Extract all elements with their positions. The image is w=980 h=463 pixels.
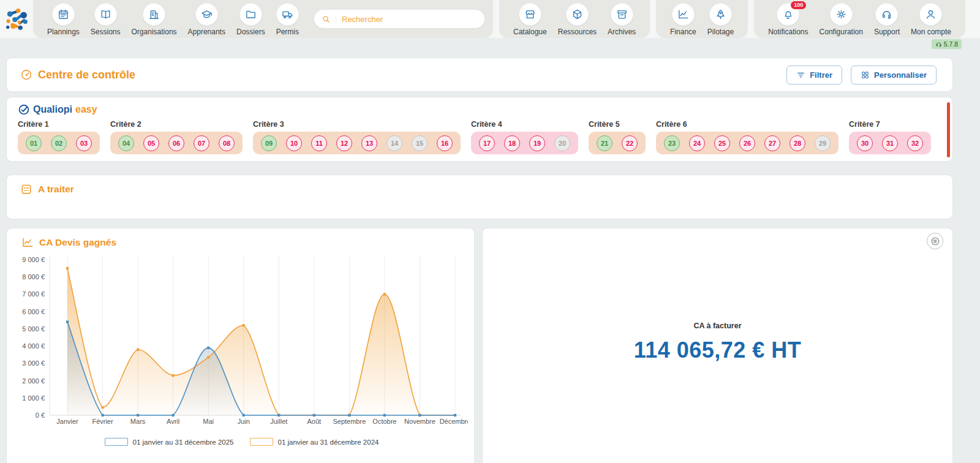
ca-facturer-label: CA à facturer: [693, 322, 741, 330]
nav-item-plannings[interactable]: Plannings: [42, 0, 85, 39]
control-center-card: Centre de contrôle Filtrer Personnaliser: [6, 58, 953, 92]
qualiopi-scrollbar[interactable]: [947, 102, 950, 157]
bell-icon: 100: [777, 3, 799, 26]
graduation-cap-icon: [195, 3, 218, 26]
gear-icon: [830, 3, 853, 26]
app-logo[interactable]: [0, 0, 33, 38]
qualiopi-indicator-31[interactable]: 31: [882, 135, 898, 151]
criterion-group-2: Critère 20405060708: [110, 120, 243, 154]
qualiopi-indicator-20[interactable]: 20: [554, 135, 570, 151]
qualiopi-indicator-02[interactable]: 02: [51, 135, 67, 151]
nav-item-pilotage[interactable]: Pilotage: [702, 0, 739, 39]
nav-item-mon-compte[interactable]: Mon compte: [905, 0, 957, 39]
criterion-group-5: Critère 52122: [589, 120, 646, 154]
nav-item-apprenants[interactable]: Apprenants: [183, 0, 231, 39]
nav-item-label: Support: [874, 28, 900, 36]
nav-item-notifications[interactable]: 100Notifications: [763, 0, 813, 39]
nav-item-permis[interactable]: Permis: [271, 0, 304, 39]
nav-item-label: Sessions: [91, 28, 121, 36]
nav-item-configuration[interactable]: Configuration: [814, 0, 869, 39]
qualiopi-indicator-24[interactable]: 24: [689, 135, 705, 151]
check-circle-icon: [18, 104, 30, 116]
nav-group-main: PlanningsSessionsOrganisationsApprenants…: [33, 0, 493, 38]
legend-item-2024[interactable]: 01 janvier au 31 décembre 2024: [250, 438, 379, 446]
qualiopi-indicator-26[interactable]: 26: [739, 135, 755, 151]
nav-item-support[interactable]: Support: [869, 0, 905, 39]
storefront-icon: [519, 3, 541, 26]
legend-item-2025[interactable]: 01 janvier au 31 décembre 2025: [105, 438, 234, 446]
qualiopi-indicator-01[interactable]: 01: [26, 135, 42, 151]
qualiopi-indicator-21[interactable]: 21: [597, 135, 612, 151]
qualiopi-indicator-29[interactable]: 29: [815, 135, 831, 151]
nav-item-ressources[interactable]: Ressources: [552, 0, 602, 39]
nav-group-library: CatalogueRessourcesArchives: [499, 0, 650, 38]
legend-swatch: [105, 438, 128, 446]
qualiopi-indicator-08[interactable]: 08: [219, 135, 235, 151]
personalize-button[interactable]: Personnaliser: [851, 66, 937, 85]
a-traiter-card: A traiter: [6, 175, 953, 219]
svg-text:1 000 €: 1 000 €: [22, 394, 45, 402]
nav-item-archives[interactable]: Archives: [602, 0, 641, 39]
filter-button-label: Filtrer: [810, 70, 832, 80]
qualiopi-indicator-12[interactable]: 12: [336, 135, 352, 151]
qualiopi-indicator-22[interactable]: 22: [622, 135, 638, 151]
filter-button[interactable]: Filtrer: [786, 66, 842, 85]
qualiopi-indicator-25[interactable]: 25: [714, 135, 730, 151]
version-number: 5.7.8: [944, 40, 958, 48]
search-input[interactable]: [342, 15, 477, 24]
criterion-group-6: Critère 623242526272829: [656, 120, 839, 154]
nav-item-dossiers[interactable]: Dossiers: [231, 0, 271, 39]
qualiopi-indicator-23[interactable]: 23: [664, 135, 680, 151]
svg-text:0 €: 0 €: [36, 412, 45, 419]
criterion-indicators: 303132: [849, 132, 931, 154]
nav-item-finance[interactable]: Finance: [665, 0, 702, 39]
qualiopi-indicator-32[interactable]: 32: [907, 135, 923, 151]
building-icon: [143, 3, 165, 26]
qualiopi-indicator-13[interactable]: 13: [361, 135, 377, 151]
qualiopi-indicator-18[interactable]: 18: [504, 135, 520, 151]
qualiopi-indicator-17[interactable]: 17: [479, 135, 495, 151]
svg-text:Juillet: Juillet: [270, 418, 287, 425]
qualiopi-indicator-30[interactable]: 30: [857, 135, 873, 151]
qualiopi-indicator-16[interactable]: 16: [437, 135, 453, 151]
qualiopi-indicator-19[interactable]: 19: [529, 135, 545, 151]
qualiopi-indicator-04[interactable]: 04: [118, 135, 134, 151]
criterion-group-1: Critère 1010203: [18, 120, 100, 154]
legend-swatch: [250, 438, 273, 446]
headset-icon: [935, 41, 942, 48]
criterion-indicators: 0405060708: [110, 132, 243, 154]
criterion-group-4: Critère 417181920: [471, 120, 578, 154]
qualiopi-indicator-09[interactable]: 09: [261, 135, 277, 151]
qualiopi-indicator-27[interactable]: 27: [764, 135, 780, 151]
logo-icon: [1, 4, 32, 34]
criterion-indicators: 0910111213141516: [253, 132, 461, 154]
svg-text:8 000 €: 8 000 €: [22, 273, 45, 280]
nav-item-sessions[interactable]: Sessions: [85, 0, 126, 39]
nav-item-label: Permis: [276, 28, 299, 36]
svg-text:Mars: Mars: [130, 418, 146, 425]
folder-icon: [239, 3, 262, 26]
nav-item-label: Archives: [608, 28, 636, 36]
qualiopi-indicator-07[interactable]: 07: [194, 135, 209, 151]
nav-item-catalogue[interactable]: Catalogue: [508, 0, 552, 39]
criterion-indicators: 17181920: [471, 132, 578, 154]
card-menu-button[interactable]: [927, 233, 943, 249]
qualiopi-indicator-28[interactable]: 28: [790, 135, 805, 151]
nav-item-label: Dossiers: [236, 28, 265, 36]
chart-title-row: CA Devis gagnés: [21, 236, 469, 249]
ca-a-facturer-card: CA à facturer 114 065,72 € HT: [482, 228, 953, 463]
book-icon: [94, 3, 117, 26]
qualiopi-indicator-15[interactable]: 15: [412, 135, 428, 151]
filter-icon: [796, 70, 805, 80]
nav-item-organisations[interactable]: Organisations: [126, 0, 183, 39]
qualiopi-indicator-14[interactable]: 14: [386, 135, 402, 151]
nav-item-label: Plannings: [47, 28, 80, 36]
qualiopi-indicator-03[interactable]: 03: [76, 135, 92, 151]
qualiopi-indicator-06[interactable]: 06: [168, 135, 184, 151]
control-center-title-row: Centre de contrôle: [20, 69, 135, 81]
criterion-indicators: 2122: [589, 132, 646, 154]
qualiopi-indicator-05[interactable]: 05: [143, 135, 159, 151]
qualiopi-indicator-10[interactable]: 10: [286, 135, 302, 151]
qualiopi-indicator-11[interactable]: 11: [311, 135, 327, 151]
criterion-label: Critère 5: [589, 120, 646, 129]
